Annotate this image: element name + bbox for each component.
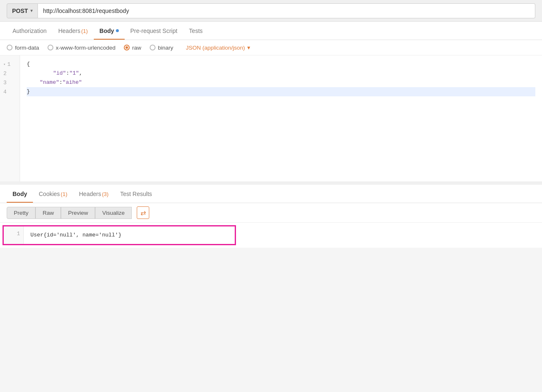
method-selector[interactable]: POST ▾	[7, 3, 38, 18]
radio-circle-raw	[124, 45, 130, 50]
tab-authorization[interactable]: Authorization	[7, 23, 53, 39]
code-line-4: }	[27, 87, 535, 96]
response-tabs: Body Cookies(1) Headers(3) Test Results	[0, 185, 542, 203]
code-line-1: {	[27, 60, 535, 69]
response-line-num-1: 1	[7, 231, 20, 237]
tab-body[interactable]: Body	[94, 23, 125, 39]
fold-arrow-1: ▾	[3, 62, 5, 67]
response-tab-cookies[interactable]: Cookies(1)	[33, 186, 73, 202]
response-body: 1 User{id='null', name='null'}	[4, 226, 235, 244]
response-tab-body[interactable]: Body	[7, 186, 33, 202]
radio-form-data[interactable]: form-data	[7, 45, 39, 51]
line-num-3: 3	[3, 80, 7, 86]
body-dot	[116, 29, 119, 32]
url-input[interactable]	[38, 3, 535, 18]
response-section: Body Cookies(1) Headers(3) Test Results …	[0, 185, 542, 248]
code-line-3: "name":"aihe"	[27, 78, 535, 87]
tab-pre-request-script[interactable]: Pre-request Script	[125, 23, 183, 39]
tab-headers[interactable]: Headers(1)	[53, 23, 94, 39]
body-type-row: form-data x-www-form-urlencoded raw bina…	[0, 40, 542, 55]
code-content[interactable]: { "id":"1", "name":"aihe" }	[20, 55, 542, 181]
request-tabs: Authorization Headers(1) Body Pre-reques…	[0, 22, 542, 40]
response-body-highlight: 1 User{id='null', name='null'}	[3, 225, 236, 245]
sub-tab-raw[interactable]: Raw	[35, 207, 61, 219]
sub-tab-pretty[interactable]: Pretty	[7, 207, 35, 219]
code-editor[interactable]: ▾ 1 2 3 4 { "id":"1", "name":"aihe" }	[0, 55, 542, 185]
response-line-numbers: 1	[4, 226, 24, 244]
code-line-2: "id":"1",	[27, 69, 535, 78]
line-num-1: 1	[7, 61, 10, 68]
content-type-selector[interactable]: JSON (application/json) ▾	[186, 44, 251, 51]
radio-binary[interactable]: binary	[150, 45, 173, 51]
tab-tests[interactable]: Tests	[183, 23, 208, 39]
radio-circle-urlencoded	[48, 45, 53, 50]
response-code: User{id='null', name='null'}	[24, 226, 235, 244]
method-label: POST	[12, 8, 28, 14]
response-code-line-1: User{id='null', name='null'}	[30, 231, 228, 240]
line-num-2: 2	[3, 70, 7, 77]
response-tab-test-results[interactable]: Test Results	[114, 186, 158, 202]
wrap-icon[interactable]: ⇄	[137, 206, 149, 219]
radio-circle-binary	[150, 45, 156, 50]
response-tab-headers[interactable]: Headers(3)	[73, 186, 114, 202]
line-num-4: 4	[3, 89, 7, 95]
line-numbers: ▾ 1 2 3 4	[0, 55, 20, 181]
sub-tab-visualize[interactable]: Visualize	[95, 207, 132, 219]
sub-tab-preview[interactable]: Preview	[61, 207, 95, 219]
radio-raw[interactable]: raw	[124, 45, 141, 51]
method-chevron: ▾	[30, 8, 33, 13]
radio-urlencoded[interactable]: x-www-form-urlencoded	[48, 45, 115, 51]
radio-circle-form-data	[7, 45, 13, 50]
url-bar: POST ▾	[0, 0, 542, 22]
sub-tabs-row: Pretty Raw Preview Visualize ⇄	[0, 203, 542, 223]
